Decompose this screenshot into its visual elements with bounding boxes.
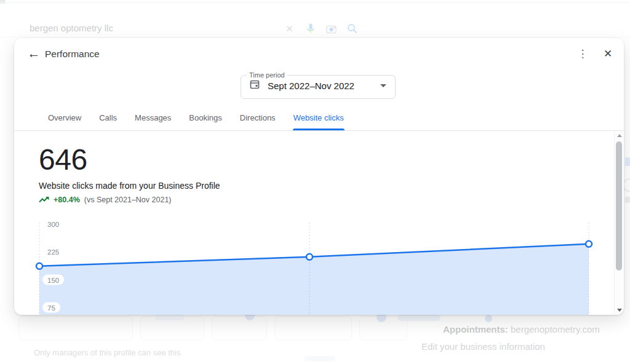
metric-change-row: +80.4% (vs Sept 2021–Nov 2021) [39,194,172,205]
chart-canvas [14,220,614,315]
performance-dialog: ← Performance ⋮ ✕ Time period Sept 2022–… [14,38,624,315]
tab-directions[interactable]: Directions [239,113,276,130]
metric-tabs: Overview Calls Messages Bookings Directi… [47,105,345,130]
tab-website-clicks[interactable]: Website clicks [293,113,345,130]
time-period-value: Sept 2022–Nov 2022 [268,81,372,91]
calendar-icon [250,79,260,92]
metric-description: Website clicks made from your Business P… [39,181,220,191]
scroll-down-icon[interactable] [617,309,622,312]
y-axis-label: 150 [42,275,64,285]
scroll-up-icon[interactable] [617,134,622,137]
metric-change-percent: +80.4% [54,196,80,204]
tab-messages[interactable]: Messages [134,113,172,130]
screen: bergen optometry llc ✕ Appointments: ber… [0,0,630,364]
tab-overview[interactable]: Overview [47,113,82,130]
time-period-select[interactable]: Time period Sept 2022–Nov 2022 [241,71,396,99]
website-clicks-chart: 30022515075 [14,220,614,315]
metric-total: 646 [39,143,87,176]
dialog-title: Performance [45,45,100,63]
tabs-divider [14,130,624,131]
trending-up-icon [39,194,49,205]
tab-bookings[interactable]: Bookings [188,113,222,130]
metric-comparison-period: (vs Sept 2021–Nov 2021) [84,196,172,204]
close-button[interactable]: ✕ [597,43,618,64]
tab-calls[interactable]: Calls [98,113,118,130]
more-options-button[interactable]: ⋮ [573,43,592,64]
chevron-down-icon [380,84,386,87]
y-axis-label: 225 [47,248,59,256]
time-period-label: Time period [247,71,287,79]
y-axis-label: 300 [47,221,59,228]
back-button[interactable]: ← [23,43,44,64]
scrollbar-thumb[interactable] [616,141,622,271]
scrollbar[interactable] [614,131,623,315]
y-axis-label: 75 [42,303,60,313]
